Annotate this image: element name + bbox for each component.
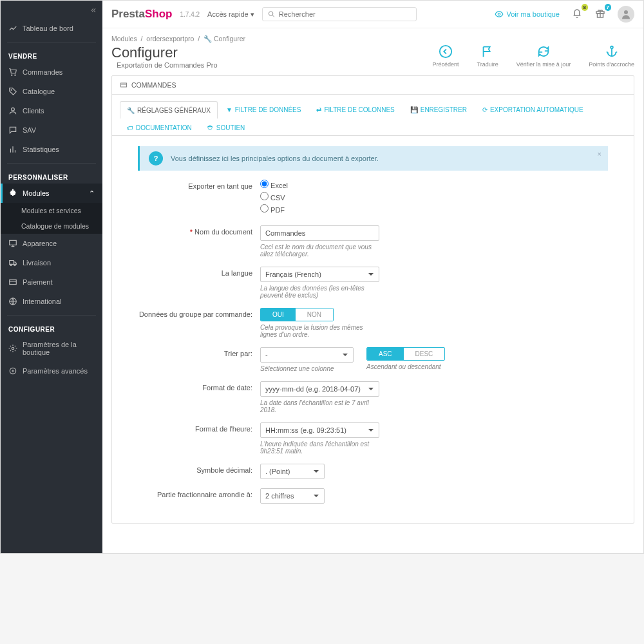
radio-excel[interactable]: Excel [260, 180, 379, 189]
gift-badge: 7 [605, 4, 611, 11]
svg-point-16 [440, 46, 451, 57]
label-timeformat: Format de l'heure: [138, 422, 260, 433]
back-button[interactable]: Précédent [432, 44, 459, 68]
gifts[interactable]: 7 [594, 8, 606, 21]
bars-icon [8, 145, 17, 154]
sidebar-sav[interactable]: SAV [1, 120, 102, 140]
chevron-up-icon: ⌃ [89, 189, 95, 198]
toggle-group[interactable]: OUINON [260, 308, 334, 321]
gear-icon [8, 344, 17, 353]
svg-rect-18 [121, 83, 127, 87]
svg-point-0 [12, 75, 12, 75]
svg-point-2 [11, 90, 12, 90]
svg-rect-7 [10, 280, 17, 285]
label-decimal: Symbole décimal: [138, 464, 260, 474]
svg-point-5 [10, 264, 12, 265]
sidebar-payment[interactable]: Paiement [1, 272, 102, 292]
gear-plus-icon [8, 366, 17, 375]
logo: PrestaShop [111, 8, 172, 21]
refresh-icon [536, 44, 551, 59]
update-button[interactable]: Vérifier la mise à jour [516, 44, 571, 68]
arrow-left-icon [439, 44, 453, 59]
info-text: Vous définissez ici les principales opti… [171, 155, 379, 162]
card-icon [8, 278, 17, 287]
help-lang: La langue des données (les en-têtes peuv… [260, 285, 379, 299]
sidebar-orders[interactable]: Commandes [1, 62, 102, 82]
eye-icon [495, 10, 504, 19]
crumb-configure: Configurer [214, 35, 245, 43]
sidebar-shop-params[interactable]: Paramètres de la boutique [1, 336, 102, 361]
svg-rect-4 [10, 240, 17, 245]
search-input[interactable] [279, 10, 411, 18]
info-box: ? Vous définissez ici les principales op… [138, 146, 608, 171]
tab-colfilter[interactable]: ⇄ FILTRE DE COLONNES [309, 101, 401, 118]
crumb-modules[interactable]: Modules [111, 35, 137, 43]
label-lang: La langue [138, 267, 260, 277]
flag-icon [480, 44, 495, 59]
user-avatar[interactable] [618, 6, 634, 23]
svg-point-3 [12, 108, 15, 111]
select-dateformat[interactable]: yyyy-mm-dd (e.g. 2018-04-07) [260, 381, 379, 397]
sidebar-delivery[interactable]: Livraison [1, 253, 102, 272]
label-fraction: Partie fractionnaire arrondie à: [138, 488, 260, 498]
input-docname[interactable] [260, 225, 379, 241]
label-docname: * Nom du document [138, 225, 260, 236]
select-decimal[interactable]: . (Point) [260, 464, 325, 479]
page-title: Configurer [111, 44, 218, 61]
translate-button[interactable]: Traduire [477, 44, 498, 68]
help-timeformat: L'heure indiquée dans l'échantillon est … [260, 440, 379, 455]
help-group: Cela provoque la fusion des mêmes lignes… [260, 324, 379, 338]
tab-support[interactable]: ⛑ SOUTIEN [200, 119, 252, 136]
tag-icon [8, 87, 17, 96]
search-box[interactable] [262, 7, 417, 21]
version: 1.7.4.2 [180, 11, 200, 18]
toggle-order[interactable]: ASCDESC [366, 347, 445, 361]
page-subtitle: Exportation de Commandes Pro [111, 61, 218, 69]
select-lang[interactable]: Français (French) [260, 267, 379, 282]
select-fraction[interactable]: 2 chiffres [260, 488, 325, 504]
info-close[interactable]: × [598, 150, 601, 158]
sidebar: « Tableau de bord VENDRE Commandes Catal… [1, 1, 102, 553]
section-configure: CONFIGURER [1, 319, 102, 336]
view-shop[interactable]: Voir ma boutique [495, 10, 560, 19]
sidebar-collapse[interactable]: « [1, 1, 102, 19]
svg-point-15 [624, 10, 628, 14]
breadcrumb: Modules / ordersexportpro / 🔧 Configurer [111, 28, 634, 44]
section-customize: PERSONNALISER [1, 167, 102, 184]
search-icon [268, 10, 275, 18]
select-sort[interactable]: - [260, 347, 354, 363]
sidebar-modules-catalog[interactable]: Catalogue de modules [1, 218, 102, 234]
svg-point-12 [498, 13, 501, 15]
panel-commandes: COMMANDES 🔧 RÉGLAGES GÉNÉRAUX ▼ FILTRE D… [111, 75, 634, 524]
sidebar-modules[interactable]: Modules⌃ [1, 184, 102, 203]
sidebar-modules-services[interactable]: Modules et services [1, 203, 102, 218]
desktop-icon [8, 239, 17, 248]
hooks-button[interactable]: Points d'accroche [589, 44, 634, 68]
quick-access[interactable]: Accès rapide ▾ [207, 10, 254, 19]
sidebar-adv-params[interactable]: Paramètres avancés [1, 361, 102, 381]
sidebar-appearance[interactable]: Apparence [1, 234, 102, 253]
chat-icon [8, 126, 17, 135]
sidebar-stats[interactable]: Statistiques [1, 140, 102, 159]
tabs: 🔧 RÉGLAGES GÉNÉRAUX ▼ FILTRE DE DONNÉES … [112, 95, 634, 136]
tab-doc[interactable]: 🏷 DOCUMENTATION [120, 119, 199, 136]
radio-pdf[interactable]: PDF [260, 204, 379, 214]
svg-point-9 [12, 347, 14, 350]
sidebar-dashboard[interactable]: Tableau de bord [1, 19, 102, 38]
select-timeformat[interactable]: HH:mm:ss (e.g. 09:23:51) [260, 422, 379, 438]
crumb-module[interactable]: ordersexportpro [146, 35, 194, 43]
tab-autoexport[interactable]: ⟳ EXPORTATION AUTOMATIQUE [475, 101, 591, 118]
trend-icon [8, 24, 17, 33]
sidebar-catalog[interactable]: Catalogue [1, 82, 102, 101]
sidebar-clients[interactable]: Clients [1, 101, 102, 120]
notifications[interactable]: 8 [571, 8, 583, 21]
tab-datafilter[interactable]: ▼ FILTRE DE DONNÉES [219, 101, 308, 118]
cart-icon [8, 68, 17, 77]
tab-general[interactable]: 🔧 RÉGLAGES GÉNÉRAUX [120, 101, 218, 118]
tab-save[interactable]: 💾 ENREGISTRER [403, 101, 474, 118]
help-dateformat: La date dans l'échantillon est le 7 avri… [260, 399, 379, 413]
radio-csv[interactable]: CSV [260, 192, 379, 202]
sidebar-intl[interactable]: International [1, 292, 102, 311]
help-docname: Ceci est le nom du document que vous all… [260, 243, 379, 258]
bell-icon [571, 8, 583, 19]
